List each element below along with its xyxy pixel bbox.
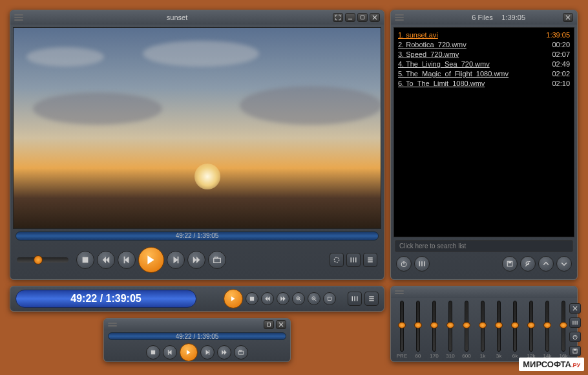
timebar-open-button[interactable] bbox=[323, 292, 336, 305]
eq-slider[interactable] bbox=[529, 301, 533, 352]
miniplayer-controls bbox=[104, 342, 290, 363]
playlist-item-name: 3. Speed_720.wmv bbox=[398, 50, 552, 59]
playlist-titlebar[interactable]: 6 Files 1:39:05 bbox=[391, 10, 577, 25]
eq-slider[interactable] bbox=[545, 301, 549, 352]
playlist-total-time: 1:39:05 bbox=[501, 14, 525, 21]
grip-icon bbox=[395, 290, 404, 294]
eq-expand-button[interactable] bbox=[569, 317, 581, 328]
playlist-save-button[interactable] bbox=[502, 256, 518, 272]
video-viewport[interactable] bbox=[13, 27, 381, 229]
miniplayer-stop-button[interactable] bbox=[146, 345, 160, 359]
eq-slider[interactable] bbox=[465, 301, 468, 352]
playlist-item[interactable]: 2. Robotica_720.wmv00:20 bbox=[398, 40, 570, 50]
eq-slider[interactable] bbox=[448, 301, 452, 352]
volume-slider[interactable] bbox=[17, 257, 68, 262]
playlist-close-button[interactable] bbox=[563, 13, 573, 22]
eq-band: 1k bbox=[477, 301, 488, 359]
miniplayer-open-button[interactable] bbox=[234, 345, 248, 359]
eq-band: 12k bbox=[525, 301, 537, 359]
eq-band: 170 bbox=[428, 301, 440, 359]
playlist-item[interactable]: 6. To_The_Limit_1080.wmv02:10 bbox=[398, 79, 570, 89]
playlist-item-name: 6. To_The_Limit_1080.wmv bbox=[398, 79, 552, 89]
eq-band: PRE bbox=[396, 301, 408, 359]
playlist-item-name: 4. The_Living_Sea_720.wmv bbox=[398, 59, 552, 69]
miniplayer-restore-button[interactable] bbox=[264, 320, 274, 329]
playlist-item-name: 2. Robotica_720.wmv bbox=[398, 40, 552, 50]
playlist-item-duration: 1:39:05 bbox=[546, 30, 570, 40]
playlist-window: 6 Files 1:39:05 1. sunset.avi1:39:052. R… bbox=[390, 10, 578, 280]
seek-time-label: 49:22 / 1:39:05 bbox=[16, 232, 378, 239]
miniplayer-seek-bar[interactable]: 49:22 / 1:39:05 bbox=[108, 332, 286, 340]
miniplayer-close-button[interactable] bbox=[276, 320, 286, 329]
eq-band-label: 170 bbox=[430, 353, 438, 359]
timebar-list-button[interactable] bbox=[364, 292, 379, 306]
playlist-moveup-button[interactable] bbox=[538, 256, 554, 272]
timebar-window: 49:22 / 1:39:05 bbox=[10, 286, 384, 312]
playlist-toggle-button[interactable] bbox=[363, 253, 377, 267]
eq-slider[interactable] bbox=[513, 301, 517, 352]
next-button[interactable] bbox=[167, 251, 185, 269]
equalizer-toggle-button[interactable] bbox=[346, 253, 361, 267]
playlist-item-name: 5. The_Magic_of_Flight_1080.wmv bbox=[398, 69, 552, 79]
miniplayer-prev-button[interactable] bbox=[163, 345, 177, 359]
playlist-item-duration: 02:07 bbox=[552, 50, 570, 59]
rewind-button[interactable] bbox=[97, 251, 115, 269]
previous-button[interactable] bbox=[118, 251, 136, 269]
eq-band: 6k bbox=[509, 301, 521, 359]
eq-band-label: 1k bbox=[480, 353, 485, 359]
equalizer-titlebar[interactable] bbox=[391, 286, 577, 298]
player-titlebar[interactable]: sunset bbox=[10, 10, 384, 25]
eq-slider[interactable] bbox=[400, 301, 404, 352]
stop-button[interactable] bbox=[76, 251, 94, 269]
miniplayer-play-button[interactable] bbox=[180, 343, 198, 361]
playlist-item[interactable]: 1. sunset.avi1:39:05 bbox=[398, 30, 570, 40]
eq-band: 310 bbox=[445, 301, 456, 359]
close-button[interactable] bbox=[370, 13, 380, 22]
timebar-play-button[interactable] bbox=[224, 289, 243, 308]
timebar-forward-button[interactable] bbox=[277, 292, 289, 305]
player-controls bbox=[10, 243, 384, 277]
eq-close-button[interactable] bbox=[569, 303, 581, 314]
time-display: 49:22 / 1:39:05 bbox=[16, 290, 196, 308]
eq-slider[interactable] bbox=[481, 301, 485, 352]
fast-forward-button[interactable] bbox=[187, 251, 205, 269]
timebar-rewind-button[interactable] bbox=[261, 292, 274, 305]
timebar-stop-button[interactable] bbox=[246, 292, 258, 305]
loading-indicator-button[interactable] bbox=[330, 253, 344, 267]
playlist-item-name: 1. sunset.avi bbox=[398, 30, 546, 40]
playlist-body[interactable]: 1. sunset.avi1:39:052. Robotica_720.wmv0… bbox=[394, 27, 574, 237]
grip-icon bbox=[108, 323, 117, 327]
playlist-item[interactable]: 5. The_Magic_of_Flight_1080.wmv02:02 bbox=[398, 69, 570, 79]
miniplayer-forward-button[interactable] bbox=[217, 345, 231, 359]
maximize-button[interactable] bbox=[357, 13, 368, 22]
eq-reset-button[interactable] bbox=[569, 332, 581, 342]
eq-slider[interactable] bbox=[432, 301, 436, 352]
grip-icon bbox=[14, 14, 23, 21]
eq-slider[interactable] bbox=[562, 301, 565, 352]
playlist-buttons bbox=[391, 252, 577, 275]
eq-slider[interactable] bbox=[497, 301, 501, 352]
timebar-zoomout-button[interactable] bbox=[308, 292, 320, 305]
playlist-item[interactable]: 3. Speed_720.wmv02:07 bbox=[398, 50, 570, 59]
eq-lock-button[interactable] bbox=[569, 346, 581, 356]
player-title: sunset bbox=[23, 14, 331, 21]
playlist-item[interactable]: 4. The_Living_Sea_720.wmv02:49 bbox=[398, 59, 570, 69]
eq-band: 3k bbox=[493, 301, 505, 359]
playlist-eq-button[interactable] bbox=[414, 256, 430, 272]
playlist-movedown-button[interactable] bbox=[556, 256, 572, 272]
open-file-button[interactable] bbox=[208, 251, 226, 269]
miniplayer-next-button[interactable] bbox=[200, 345, 215, 359]
miniplayer-titlebar[interactable] bbox=[104, 319, 290, 330]
timebar-eq-button[interactable] bbox=[348, 292, 362, 306]
play-button[interactable] bbox=[138, 247, 164, 273]
playlist-power-button[interactable] bbox=[396, 256, 412, 272]
playlist-tools-button[interactable] bbox=[520, 256, 536, 272]
timebar-zoomin-button[interactable] bbox=[292, 292, 305, 305]
seek-bar[interactable]: 49:22 / 1:39:05 bbox=[16, 231, 379, 241]
equalizer-sliders: PRE601703106001k3k6k12k14k16k bbox=[396, 301, 569, 359]
eq-slider[interactable] bbox=[416, 301, 420, 352]
playlist-search-input[interactable]: Click here to search list bbox=[395, 240, 573, 252]
fullscreen-button[interactable] bbox=[333, 13, 343, 22]
watermark: МИРСОФТА.РУ bbox=[519, 358, 584, 371]
minimize-button[interactable] bbox=[345, 13, 355, 22]
